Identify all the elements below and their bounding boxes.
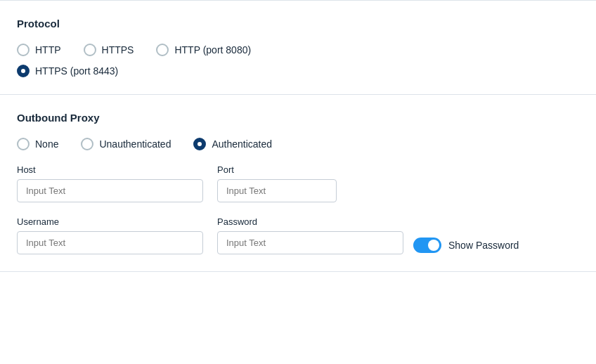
show-password-row: Show Password — [413, 238, 519, 254]
protocol-label-https8443: HTTPS (port 8443) — [35, 65, 118, 77]
protocol-radio-group: HTTP HTTPS HTTP (port 8080) HTTPS (port … — [17, 44, 579, 77]
username-password-row: Username Password Show Password — [17, 216, 579, 254]
show-password-toggle[interactable] — [413, 238, 441, 253]
protocol-label-http: HTTP — [35, 44, 61, 56]
protocol-option-https8443[interactable]: HTTPS (port 8443) — [17, 65, 579, 77]
bottom-divider — [0, 271, 596, 272]
host-input[interactable] — [17, 179, 203, 202]
radio-circle-https8443 — [17, 65, 30, 77]
host-label: Host — [17, 164, 203, 175]
outbound-proxy-section: Outbound Proxy None Unauthenticated Auth… — [0, 95, 596, 271]
username-field: Username — [17, 216, 203, 254]
host-field: Host — [17, 164, 203, 202]
protocol-option-https[interactable]: HTTPS — [84, 44, 134, 56]
proxy-label-none: None — [35, 138, 58, 150]
port-field: Port — [217, 164, 337, 202]
proxy-option-unauthenticated[interactable]: Unauthenticated — [81, 138, 171, 150]
port-input[interactable] — [217, 179, 337, 202]
username-input[interactable] — [17, 231, 203, 254]
protocol-section: Protocol HTTP HTTPS HTTP (port 8080) HTT… — [0, 1, 596, 94]
radio-circle-none — [17, 138, 30, 150]
settings-page: Protocol HTTP HTTPS HTTP (port 8080) HTT… — [0, 0, 596, 364]
password-label: Password — [217, 216, 403, 227]
radio-circle-https — [84, 44, 96, 56]
protocol-option-http[interactable]: HTTP — [17, 44, 61, 56]
password-input[interactable] — [217, 231, 403, 254]
protocol-label-http8080: HTTP (port 8080) — [174, 44, 251, 56]
radio-circle-authenticated — [193, 138, 206, 150]
radio-circle-http — [17, 44, 30, 56]
port-label: Port — [217, 164, 337, 175]
proxy-label-authenticated: Authenticated — [212, 138, 272, 150]
proxy-option-none[interactable]: None — [17, 138, 58, 150]
proxy-option-authenticated[interactable]: Authenticated — [193, 138, 272, 150]
protocol-label-https: HTTPS — [102, 44, 134, 56]
username-label: Username — [17, 216, 203, 227]
outbound-proxy-title: Outbound Proxy — [17, 112, 579, 124]
host-port-row: Host Port — [17, 164, 579, 202]
proxy-radio-group: None Unauthenticated Authenticated — [17, 138, 579, 150]
password-field: Password — [217, 216, 403, 254]
protocol-title: Protocol — [17, 18, 579, 30]
proxy-label-unauthenticated: Unauthenticated — [99, 138, 171, 150]
password-with-toggle: Password Show Password — [217, 216, 519, 254]
protocol-option-http8080[interactable]: HTTP (port 8080) — [156, 44, 251, 56]
show-password-label: Show Password — [448, 240, 519, 251]
radio-circle-http8080 — [156, 44, 169, 56]
radio-circle-unauthenticated — [81, 138, 93, 150]
